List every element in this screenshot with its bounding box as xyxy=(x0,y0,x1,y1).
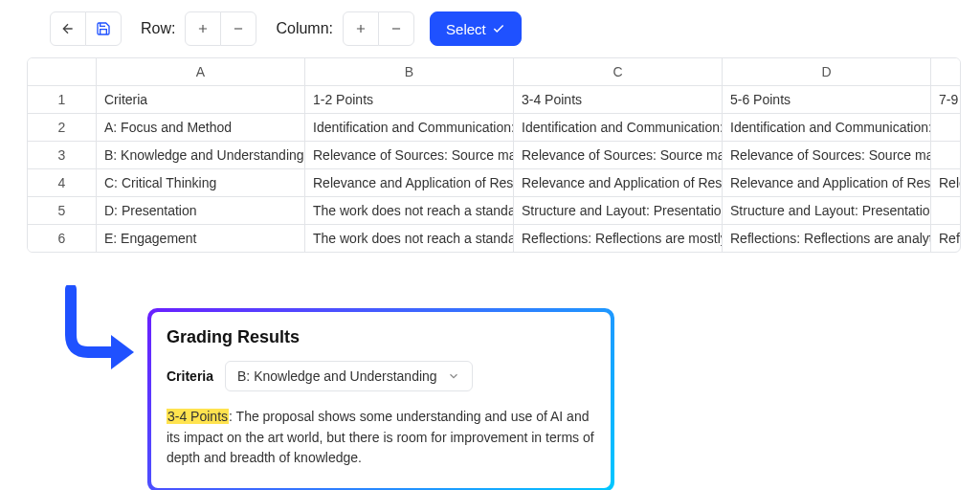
row-header[interactable]: 5 xyxy=(28,197,97,224)
row-header[interactable]: 1 xyxy=(28,86,97,113)
column-remove-button[interactable] xyxy=(378,11,414,46)
column-header-row: A B C D xyxy=(28,58,960,86)
cell[interactable]: Relevance xyxy=(931,169,961,196)
cell[interactable] xyxy=(931,197,961,224)
cell[interactable]: Relevance and Application of Research xyxy=(514,169,723,196)
cell[interactable]: C: Critical Thinking xyxy=(97,169,305,196)
criteria-label: Criteria xyxy=(167,368,213,384)
criteria-select-value: B: Knowledge and Understanding xyxy=(237,368,437,384)
select-button-label: Select xyxy=(446,21,486,37)
cell[interactable]: Identification and Communication: xyxy=(514,114,723,141)
column-header[interactable]: A xyxy=(97,58,305,85)
minus-icon xyxy=(232,22,245,35)
cell[interactable]: E: Engagement xyxy=(97,225,305,252)
cell[interactable]: Relevance and Application of Research xyxy=(305,169,514,196)
points-highlight: 3-4 Points xyxy=(167,409,229,424)
cell[interactable]: Reflections: Reflections are analytical xyxy=(723,225,931,252)
save-icon xyxy=(96,21,111,36)
row-header[interactable]: 3 xyxy=(28,142,97,168)
column-add-button[interactable] xyxy=(343,11,379,46)
cell[interactable]: A: Focus and Method xyxy=(97,114,305,141)
result-title: Grading Results xyxy=(167,327,595,347)
minus-icon xyxy=(390,22,403,35)
cell[interactable]: Relevance of Sources: Source material xyxy=(305,142,514,168)
row-label: Row: xyxy=(141,20,175,37)
criteria-select[interactable]: B: Knowledge and Understanding xyxy=(225,361,473,391)
row-header[interactable]: 4 xyxy=(28,169,97,196)
spreadsheet[interactable]: A B C D 1Criteria1-2 Points3-4 Points5-6… xyxy=(27,57,961,253)
row-header[interactable]: 2 xyxy=(28,114,97,141)
cell[interactable]: Structure and Layout: Presentation xyxy=(514,197,723,224)
cell[interactable]: Relevance of Sources: Source material xyxy=(514,142,723,168)
cell[interactable]: Criteria xyxy=(97,86,305,113)
cell[interactable]: Relevance and Application of Research xyxy=(723,169,931,196)
cell[interactable]: 7-9 Points xyxy=(931,86,961,113)
check-icon xyxy=(492,22,505,35)
cell[interactable]: Structure and Layout: Presentation xyxy=(723,197,931,224)
row-add-button[interactable] xyxy=(185,11,221,46)
cell[interactable] xyxy=(931,142,961,168)
cell[interactable]: D: Presentation xyxy=(97,197,305,224)
cell[interactable]: B: Knowledge and Understanding xyxy=(97,142,305,168)
cell[interactable]: The work does not reach a standard xyxy=(305,197,514,224)
arrow-down-right-icon xyxy=(54,285,138,381)
result-text: : The proposal shows some understanding … xyxy=(167,409,594,465)
arrow-left-icon xyxy=(60,21,76,36)
cell[interactable]: Reflections: Reflections are mostly xyxy=(514,225,723,252)
back-button[interactable] xyxy=(50,11,86,46)
cell[interactable]: 5-6 Points xyxy=(723,86,931,113)
column-header[interactable]: C xyxy=(514,58,723,85)
toolbar: Row: Column: Select xyxy=(0,0,980,57)
row-remove-button[interactable] xyxy=(220,11,256,46)
column-header[interactable] xyxy=(931,58,961,85)
cell[interactable] xyxy=(931,114,961,141)
cell[interactable]: Identification and Communication: xyxy=(305,114,514,141)
result-description: 3-4 Points: The proposal shows some unde… xyxy=(167,407,595,469)
cell[interactable]: The work does not reach a standard xyxy=(305,225,514,252)
cell[interactable]: 1-2 Points xyxy=(305,86,514,113)
select-button[interactable]: Select xyxy=(430,11,522,46)
plus-icon xyxy=(196,22,210,35)
grading-results-card: Grading Results Criteria B: Knowledge an… xyxy=(147,308,614,490)
column-header[interactable]: D xyxy=(723,58,931,85)
row-header[interactable]: 6 xyxy=(28,225,97,252)
column-header[interactable]: B xyxy=(305,58,514,85)
cell[interactable]: Identification and Communication: xyxy=(723,114,931,141)
cell[interactable]: Relevance of Sources: Source material xyxy=(723,142,931,168)
save-button[interactable] xyxy=(85,11,122,46)
cell[interactable]: 3-4 Points xyxy=(514,86,723,113)
corner-cell xyxy=(28,58,97,85)
cell[interactable]: Reflections xyxy=(931,225,961,252)
chevron-down-icon xyxy=(447,369,460,383)
column-label: Column: xyxy=(276,20,333,37)
plus-icon xyxy=(354,22,368,35)
